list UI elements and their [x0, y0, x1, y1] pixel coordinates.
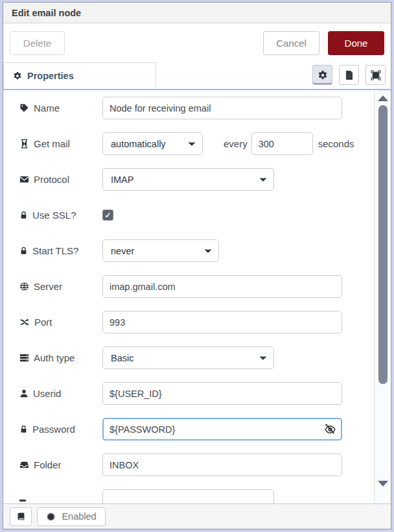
lock-icon — [19, 210, 28, 220]
protocol-field-label-text: Protocol — [34, 174, 69, 185]
port-field-row: Port — [19, 310, 391, 334]
tab-properties-label: Properties — [27, 71, 74, 81]
port-field-label-text: Port — [34, 317, 52, 328]
protocol-field-label: Protocol — [19, 174, 102, 185]
dialog-footer: Enabled — [3, 503, 391, 529]
lock-icon — [19, 424, 28, 434]
userid-field-label: Userid — [19, 388, 102, 399]
password-field-label: Password — [19, 424, 102, 435]
chevron-down-icon — [187, 139, 196, 149]
server-field-row: Server — [19, 274, 391, 298]
properties-view-button[interactable] — [312, 65, 332, 85]
envelope-icon — [19, 175, 29, 184]
password-input-wrapper — [102, 418, 342, 441]
use-ssl-field-row: Use SSL? — [19, 203, 391, 227]
enabled-label: Enabled — [62, 511, 96, 522]
auth-type-field-label: Auth type — [19, 352, 102, 363]
server-input[interactable] — [102, 275, 342, 298]
scrollbar-track[interactable] — [374, 90, 391, 503]
port-field-label: Port — [19, 317, 102, 328]
tag-icon — [19, 103, 29, 113]
inbox-icon — [19, 460, 29, 470]
book-icon — [16, 512, 26, 522]
userid-input[interactable] — [102, 382, 342, 405]
start-tls-field-label-text: Start TLS? — [32, 245, 78, 256]
start-tls-select-value: never — [111, 246, 134, 256]
server-icon — [19, 353, 29, 363]
properties-form: Name Get mail automatically every — [3, 89, 391, 503]
chevron-down-icon — [203, 247, 213, 256]
globe-icon — [19, 282, 29, 291]
partial-field-row — [19, 489, 391, 503]
document-icon — [344, 70, 354, 80]
userid-field-row: Userid — [19, 381, 391, 405]
get-mail-field-row: Get mail automatically every seconds — [19, 132, 391, 156]
server-field-label: Server — [19, 281, 102, 292]
use-ssl-field-label: Use SSL? — [19, 210, 102, 221]
protocol-field-row: Protocol IMAP — [19, 167, 391, 191]
name-field-label-text: Name — [34, 103, 60, 114]
name-field-row: Name — [19, 96, 391, 120]
gear-icon — [318, 70, 328, 80]
folder-field-label: Folder — [19, 459, 102, 470]
get-mail-select[interactable]: automatically — [102, 132, 203, 155]
chevron-down-icon — [259, 175, 268, 184]
dialog-title: Edit email node — [12, 8, 81, 18]
password-input[interactable] — [102, 418, 342, 441]
appearance-view-button[interactable] — [365, 65, 386, 85]
every-label: every — [224, 138, 248, 149]
folder-field-label-text: Folder — [34, 459, 62, 470]
done-button[interactable]: Done — [328, 31, 384, 55]
use-ssl-checkbox[interactable] — [102, 210, 113, 221]
chevron-down-icon — [259, 354, 268, 363]
start-tls-field-row: Start TLS? never — [19, 239, 391, 263]
eye-slash-icon[interactable] — [324, 423, 336, 435]
auth-type-field-label-text: Auth type — [34, 352, 75, 363]
name-input[interactable] — [102, 97, 342, 119]
seconds-label: seconds — [318, 138, 354, 149]
auth-type-select-value: Basic — [111, 353, 133, 363]
transform-icon — [371, 70, 381, 80]
start-tls-field-label: Start TLS? — [19, 245, 102, 256]
partial-field-icon — [19, 500, 26, 502]
password-field-label-text: Password — [32, 424, 75, 435]
description-view-button[interactable] — [339, 65, 359, 85]
delete-button[interactable]: Delete — [10, 31, 65, 55]
get-mail-field-label-text: Get mail — [34, 138, 70, 149]
protocol-select-value: IMAP — [111, 175, 133, 185]
enabled-toggle-button[interactable]: Enabled — [37, 507, 106, 526]
interval-input[interactable] — [251, 132, 313, 155]
scroll-up-button[interactable] — [378, 95, 388, 101]
dialog-toolbar: Delete Cancel Done — [3, 23, 391, 62]
start-tls-select[interactable]: never — [102, 239, 219, 262]
tab-bar: Properties — [3, 62, 391, 89]
user-icon — [19, 389, 29, 398]
form-rows: Name Get mail automatically every — [3, 90, 391, 503]
tab-icon-buttons — [312, 62, 391, 85]
auth-type-select[interactable]: Basic — [102, 346, 274, 369]
folder-field-row: Folder — [19, 453, 391, 477]
userid-field-label-text: Userid — [33, 388, 61, 399]
gear-icon — [13, 71, 22, 80]
protocol-select[interactable]: IMAP — [102, 168, 274, 191]
folder-input[interactable] — [102, 453, 342, 476]
cancel-button[interactable]: Cancel — [263, 31, 319, 55]
name-field-label: Name — [19, 103, 102, 114]
partial-field-label — [19, 500, 102, 502]
tab-properties[interactable]: Properties — [3, 62, 156, 89]
scroll-down-button[interactable] — [378, 481, 388, 487]
edit-email-node-dialog: Edit email node Delete Cancel Done Prope… — [3, 2, 391, 529]
partial-field-input[interactable] — [102, 489, 274, 503]
shuffle-icon — [19, 317, 30, 327]
password-field-row: Password — [19, 417, 391, 441]
auth-type-field-row: Auth type Basic — [19, 346, 391, 370]
server-field-label-text: Server — [34, 281, 62, 292]
node-info-button[interactable] — [10, 507, 32, 526]
get-mail-select-value: automatically — [111, 139, 166, 149]
lock-icon — [19, 246, 28, 256]
port-input[interactable] — [102, 311, 342, 333]
get-mail-field-label: Get mail — [19, 138, 102, 149]
dialog-header: Edit email node — [3, 3, 391, 23]
scrollbar-thumb[interactable] — [378, 105, 388, 384]
circle-icon — [46, 512, 56, 522]
